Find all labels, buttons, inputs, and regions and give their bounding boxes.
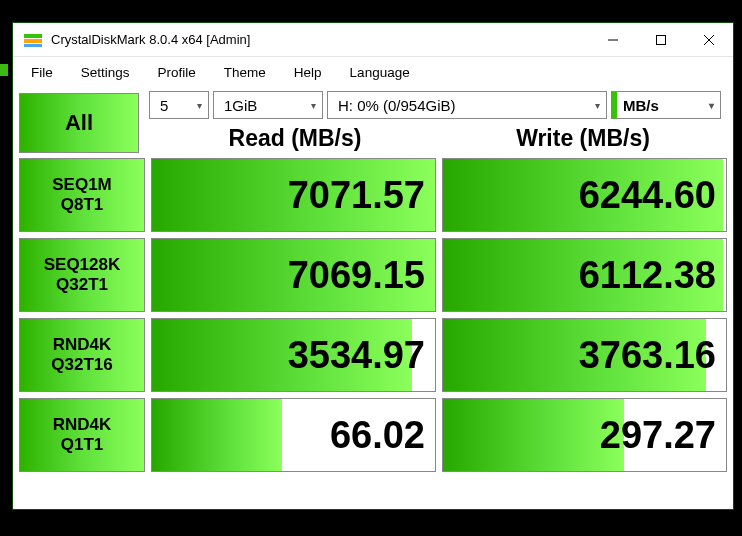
- read-value: 7071.57: [288, 174, 425, 217]
- menu-profile[interactable]: Profile: [144, 61, 210, 84]
- write-value-cell: 297.27: [442, 398, 727, 472]
- window-title: CrystalDiskMark 8.0.4 x64 [Admin]: [51, 32, 589, 47]
- result-row: SEQ128KQ32T17069.156112.38: [19, 238, 727, 312]
- test-size-select[interactable]: 1GiB ▾: [213, 91, 323, 119]
- test-size-value: 1GiB: [224, 97, 257, 114]
- test-label-line1: SEQ1M: [52, 175, 112, 195]
- app-icon: [23, 30, 43, 50]
- read-value-cell: 7071.57: [151, 158, 436, 232]
- read-value: 66.02: [330, 414, 425, 457]
- test-button-0[interactable]: SEQ1MQ8T1: [19, 158, 145, 232]
- svg-rect-2: [24, 44, 42, 47]
- test-label-line1: RND4K: [53, 415, 112, 435]
- result-row: SEQ1MQ8T17071.576244.60: [19, 158, 727, 232]
- app-window: CrystalDiskMark 8.0.4 x64 [Admin] File S…: [12, 22, 734, 510]
- result-row: RND4KQ32T163534.973763.16: [19, 318, 727, 392]
- all-label: All: [65, 110, 93, 136]
- menu-settings[interactable]: Settings: [67, 61, 144, 84]
- test-count-select[interactable]: 5 ▾: [149, 91, 209, 119]
- test-label-line2: Q8T1: [61, 195, 104, 215]
- maximize-button[interactable]: [637, 23, 685, 56]
- menu-bar: File Settings Profile Theme Help Languag…: [13, 57, 733, 87]
- chevron-down-icon: ▾: [311, 100, 316, 111]
- svg-rect-1: [24, 39, 42, 43]
- test-label-line2: Q32T16: [51, 355, 112, 375]
- result-row: RND4KQ1T166.02297.27: [19, 398, 727, 472]
- read-value: 7069.15: [288, 254, 425, 297]
- drive-select[interactable]: H: 0% (0/954GiB) ▾: [327, 91, 607, 119]
- menu-file[interactable]: File: [17, 61, 67, 84]
- header-write: Write (MB/s): [439, 123, 727, 154]
- drive-value: H: 0% (0/954GiB): [338, 97, 456, 114]
- read-value-cell: 7069.15: [151, 238, 436, 312]
- read-value: 3534.97: [288, 334, 425, 377]
- test-label-line2: Q32T1: [56, 275, 108, 295]
- close-button[interactable]: [685, 23, 733, 56]
- write-value: 6244.60: [579, 174, 716, 217]
- test-button-1[interactable]: SEQ128KQ32T1: [19, 238, 145, 312]
- svg-rect-4: [657, 35, 666, 44]
- test-label-line1: RND4K: [53, 335, 112, 355]
- chevron-down-icon: ▾: [595, 100, 600, 111]
- svg-rect-0: [24, 34, 42, 38]
- test-count-value: 5: [160, 97, 168, 114]
- write-value-cell: 3763.16: [442, 318, 727, 392]
- write-value-cell: 6112.38: [442, 238, 727, 312]
- result-rows: SEQ1MQ8T17071.576244.60SEQ128KQ32T17069.…: [13, 158, 733, 478]
- menu-language[interactable]: Language: [336, 61, 424, 84]
- header-read: Read (MB/s): [151, 123, 439, 154]
- test-button-3[interactable]: RND4KQ1T1: [19, 398, 145, 472]
- write-value-cell: 6244.60: [442, 158, 727, 232]
- test-button-2[interactable]: RND4KQ32T16: [19, 318, 145, 392]
- unit-value: MB/s: [623, 97, 659, 114]
- write-value: 3763.16: [579, 334, 716, 377]
- write-value: 6112.38: [579, 254, 716, 297]
- all-button[interactable]: All: [19, 93, 139, 153]
- read-value-cell: 66.02: [151, 398, 436, 472]
- unit-select[interactable]: MB/s ▾: [611, 91, 721, 119]
- toolbar: All 5 ▾ 1GiB ▾ H: 0% (0/954GiB) ▾ MB/s: [13, 87, 733, 121]
- chevron-down-icon: ▾: [197, 100, 202, 111]
- minimize-button[interactable]: [589, 23, 637, 56]
- chevron-down-icon: ▾: [709, 100, 714, 111]
- test-label-line2: Q1T1: [61, 435, 104, 455]
- write-value: 297.27: [600, 414, 716, 457]
- test-label-line1: SEQ128K: [44, 255, 121, 275]
- menu-theme[interactable]: Theme: [210, 61, 280, 84]
- titlebar[interactable]: CrystalDiskMark 8.0.4 x64 [Admin]: [13, 23, 733, 57]
- menu-help[interactable]: Help: [280, 61, 336, 84]
- read-value-cell: 3534.97: [151, 318, 436, 392]
